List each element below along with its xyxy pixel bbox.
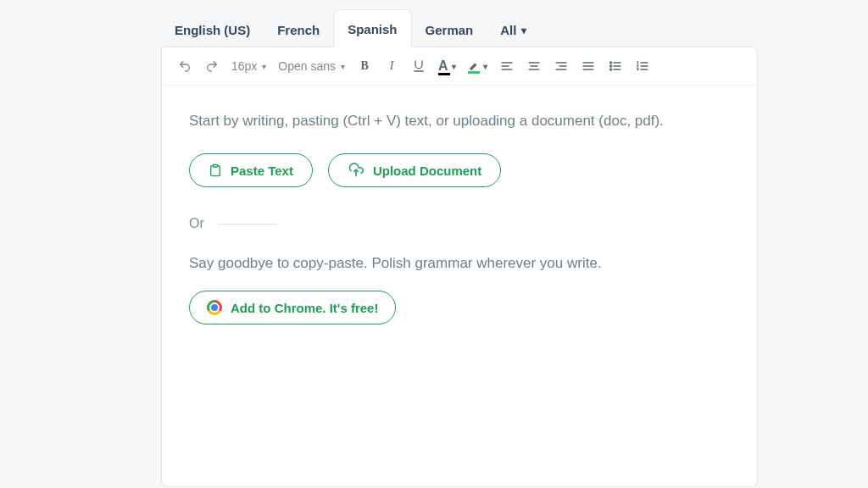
chevron-down-icon: ▾ bbox=[521, 25, 526, 36]
tab-label: Spanish bbox=[348, 22, 397, 36]
button-label: Upload Document bbox=[373, 164, 481, 178]
tab-spanish[interactable]: Spanish bbox=[333, 9, 411, 47]
font-size-select[interactable]: 16px ▾ bbox=[231, 59, 266, 73]
svg-point-13 bbox=[609, 62, 611, 64]
text-color-button[interactable]: A▾ bbox=[438, 58, 456, 74]
align-center-button[interactable] bbox=[526, 58, 542, 75]
chevron-down-icon: ▾ bbox=[452, 62, 456, 71]
action-row: Paste Text Upload Document bbox=[189, 153, 730, 187]
svg-point-14 bbox=[609, 65, 611, 67]
svg-rect-25 bbox=[213, 164, 217, 167]
bold-button[interactable]: B bbox=[357, 58, 372, 75]
cloud-upload-icon bbox=[348, 163, 364, 178]
editor-placeholder: Start by writing, pasting (Ctrl + V) tex… bbox=[189, 113, 730, 130]
underline-button[interactable] bbox=[411, 58, 426, 75]
tab-german[interactable]: German bbox=[412, 11, 487, 47]
editor-panel: 16px ▾ Open sans ▾ B I A▾ ▾ bbox=[161, 47, 758, 487]
tab-all[interactable]: All ▾ bbox=[487, 11, 540, 47]
divider-line bbox=[218, 224, 277, 225]
button-label: Paste Text bbox=[231, 164, 293, 178]
undo-button[interactable] bbox=[177, 58, 192, 75]
editor-content[interactable]: Start by writing, pasting (Ctrl + V) tex… bbox=[162, 86, 757, 352]
numbered-list-button[interactable]: 123 bbox=[635, 58, 650, 75]
chevron-down-icon: ▾ bbox=[262, 62, 266, 71]
language-tabs: English (US) French Spanish German All ▾ bbox=[0, 8, 868, 47]
bullet-list-button[interactable] bbox=[608, 58, 623, 75]
chrome-icon bbox=[207, 300, 222, 315]
or-label: Or bbox=[189, 216, 204, 231]
tab-label: French bbox=[277, 23, 320, 37]
paste-text-button[interactable]: Paste Text bbox=[189, 153, 313, 187]
chevron-down-icon: ▾ bbox=[483, 62, 487, 71]
toolbar: 16px ▾ Open sans ▾ B I A▾ ▾ bbox=[162, 47, 757, 86]
svg-text:3: 3 bbox=[637, 67, 639, 71]
or-divider: Or bbox=[189, 216, 730, 231]
tab-french[interactable]: French bbox=[264, 11, 333, 47]
font-family-select[interactable]: Open sans ▾ bbox=[278, 59, 345, 73]
svg-point-15 bbox=[609, 69, 611, 70]
align-left-button[interactable] bbox=[499, 58, 515, 75]
tab-label: English (US) bbox=[175, 23, 250, 37]
align-right-button[interactable] bbox=[554, 58, 569, 75]
font-family-value: Open sans bbox=[278, 59, 336, 73]
extension-hint: Say goodbye to copy-paste. Polish gramma… bbox=[189, 255, 730, 272]
italic-button[interactable]: I bbox=[384, 58, 399, 75]
tab-label: German bbox=[426, 23, 474, 37]
tab-label: All bbox=[500, 23, 516, 37]
highlight-button[interactable]: ▾ bbox=[468, 60, 487, 72]
button-label: Add to Chrome. It's free! bbox=[231, 301, 378, 315]
tab-english-us[interactable]: English (US) bbox=[161, 11, 264, 47]
upload-document-button[interactable]: Upload Document bbox=[328, 153, 501, 187]
clipboard-icon bbox=[209, 163, 222, 178]
add-to-chrome-button[interactable]: Add to Chrome. It's free! bbox=[189, 291, 396, 324]
font-size-value: 16px bbox=[231, 59, 257, 73]
chevron-down-icon: ▾ bbox=[341, 62, 345, 71]
align-justify-button[interactable] bbox=[581, 58, 596, 75]
redo-button[interactable] bbox=[204, 58, 220, 75]
